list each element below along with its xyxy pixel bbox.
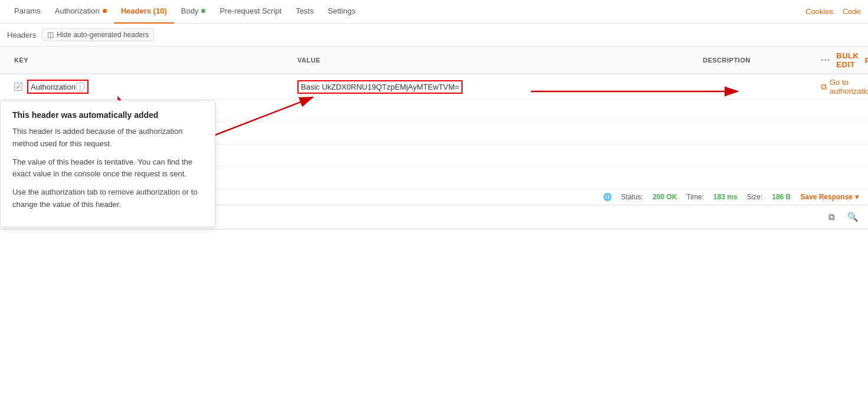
row5-desc [696,175,814,182]
description-column-header: DESCRIPTION [696,52,814,68]
auth-description-cell [696,83,814,90]
three-dots-icon[interactable]: ··· [821,55,830,65]
status-value: 200 OK [653,193,677,201]
tab-params[interactable]: Params [7,0,48,24]
auth-key-cell: Authorization i [7,76,290,97]
row5-value [290,175,696,182]
bulk-edit-button[interactable]: Bulk Edit [836,51,859,69]
row4-value [290,152,696,159]
globe-icon: 🌐 [603,193,612,201]
auth-value-cell: Basic UkZDX0RNU19QTzpEMjAyMTEwTVM= [290,77,696,97]
hide-icon: ◫ [47,31,54,39]
auth-value-box: Basic UkZDX0RNU19QTzpEMjAyMTEwTVM= [297,80,463,94]
sub-header: Headers ◫ Hide auto-generated headers [0,24,868,47]
row4-extra [814,152,861,159]
status-label: Status: [621,193,643,201]
goto-authorization-link[interactable]: ⧉ Go to authorization [821,78,854,96]
presets-label: Presets [864,56,868,65]
search-icon[interactable]: 🔍 [844,209,861,225]
auth-checkbox[interactable] [14,83,22,91]
row3-value [290,130,696,137]
presets-button[interactable]: Presets ▾ [864,56,868,65]
tab-body-label: Body [181,6,199,15]
auth-value-text: Basic UkZDX0RNU19QTzpEMjAyMTEwTVM= [301,83,459,91]
time-label: Time: [686,193,704,201]
save-response-chevron: ▾ [855,193,859,201]
authorization-dot [103,9,107,13]
tab-authorization[interactable]: Authorization [48,0,114,24]
top-right-links: Cookies Code [805,7,861,16]
tab-pre-request-label: Pre-request Script [220,6,281,15]
tab-authorization-label: Authorization [55,6,100,15]
body-right-icons: ⧉ 🔍 [823,209,861,225]
time-value: 183 ms [713,193,738,201]
tab-params-label: Params [14,6,41,15]
tooltip-para-3: Use the authorization tab to remove auth… [12,186,203,211]
tab-pre-request-script[interactable]: Pre-request Script [212,0,289,24]
body-dot [201,9,205,13]
tooltip-para-1: This header is added because of the auth… [12,126,203,150]
tab-tests-label: Tests [296,6,313,15]
save-response-label: Save Response [800,193,853,201]
tab-tests[interactable]: Tests [289,0,320,24]
info-icon[interactable]: i [76,82,85,91]
row2-value [290,107,696,114]
tab-headers[interactable]: Headers (10) [114,0,174,24]
tab-settings-label: Settings [327,6,355,15]
value-column-header: VALUE [290,52,696,68]
row3-desc [696,130,814,137]
table-header: KEY VALUE DESCRIPTION ··· Bulk Edit Pres… [0,47,868,74]
size-label: Size: [747,193,763,201]
auth-key-text: Authorization [31,83,76,91]
auth-key-box: Authorization i [27,80,89,94]
row2-desc [696,107,814,114]
auth-table-row: Authorization i Basic UkZDX0RNU19QTzpEMj… [0,74,868,100]
size-value: 186 B [772,193,791,201]
tab-bar: Params Authorization Headers (10) Body P… [0,0,868,24]
row3-extra [814,130,861,137]
row4-desc [696,152,814,159]
tab-headers-label: Headers (10) [121,6,167,15]
tab-body[interactable]: Body [174,0,213,24]
hide-auto-generated-button[interactable]: ◫ Hide auto-generated headers [42,28,154,41]
external-link-icon: ⧉ [821,82,827,92]
save-response-button[interactable]: Save Response ▾ [800,193,859,201]
key-column-header: KEY [7,52,290,68]
cookies-link[interactable]: Cookies [805,7,833,16]
tab-settings[interactable]: Settings [320,0,362,24]
tooltip-title: This header was automatically added [12,110,203,120]
row5-extra [814,175,861,182]
hide-auto-label: Hide auto-generated headers [57,31,149,39]
table-actions: ··· Bulk Edit Presets ▾ [814,47,861,74]
body-content [0,229,868,347]
headers-label: Headers [7,31,36,40]
auth-goto-cell: ⧉ Go to authorization [814,74,861,99]
goto-auth-label: Go to authorization [830,78,868,96]
code-link[interactable]: Code [843,7,861,16]
tooltip-popup: This header was automatically added This… [0,100,215,227]
copy-icon[interactable]: ⧉ [823,209,840,225]
tooltip-para-2: The value of this header is tentative. Y… [12,156,203,181]
row2-extra [814,107,861,114]
